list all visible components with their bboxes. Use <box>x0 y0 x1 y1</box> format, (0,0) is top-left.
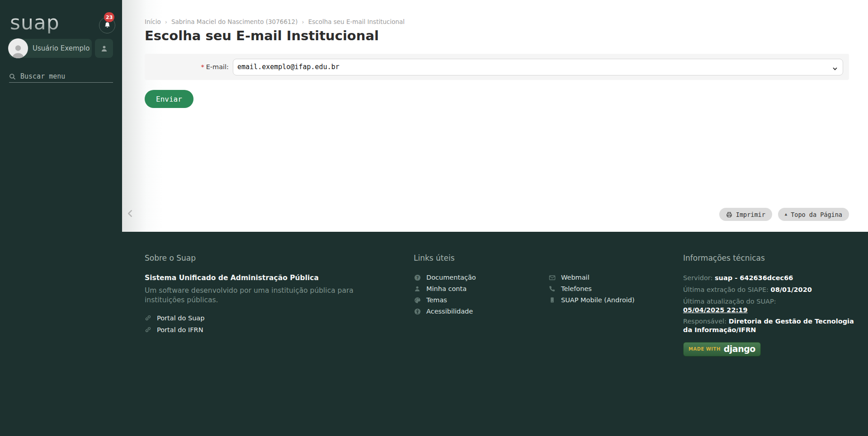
accessibility-link[interactable]: Acessibilidade <box>414 308 548 315</box>
back-to-top-button[interactable]: ▲ Topo da Página <box>778 208 849 221</box>
breadcrumb: Início › Sabrina Maciel do Nascimento (3… <box>145 18 405 25</box>
page-title: Escolha seu E-mail Institucional <box>145 28 379 43</box>
email-select[interactable]: email.exemplo@ifap.edu.br <box>233 59 843 75</box>
tech-heading: Informações técnicas <box>683 253 864 263</box>
telefones-link[interactable]: Telefones <box>548 285 683 292</box>
suap-logo: suap <box>10 11 60 34</box>
help-icon: ? <box>414 274 421 281</box>
django-logo: django <box>724 344 755 354</box>
my-account-button[interactable] <box>95 39 113 58</box>
server-row: Servidor: suap - 642636dcec66 <box>683 274 864 282</box>
server-value: suap - 642636dcec66 <box>715 274 793 281</box>
links-heading: Links úteis <box>414 253 683 263</box>
chevron-right-icon: › <box>302 19 304 25</box>
breadcrumb-home-link[interactable]: Início <box>145 18 161 25</box>
suap-mobile-link[interactable]: SUAP Mobile (Android) <box>548 296 683 304</box>
email-label: *E-mail: <box>145 63 229 70</box>
caret-up-icon: ▲ <box>785 212 787 216</box>
breadcrumb-current: Escolha seu E-mail Institucional <box>308 18 405 25</box>
user-row: Usuário Exemplo <box>9 39 113 58</box>
email-form: *E-mail: email.exemplo@ifap.edu.br <box>145 54 849 80</box>
user-icon <box>100 45 108 52</box>
responsible-row: Responsável: Diretoria de Gestão de Tecn… <box>683 317 864 334</box>
palette-icon <box>414 297 421 304</box>
documentation-link[interactable]: ? Documentação <box>414 274 548 281</box>
about-description: Um software desenvolvido por uma institu… <box>145 286 382 305</box>
search-icon <box>9 73 16 80</box>
avatar <box>8 38 28 58</box>
links-sub-column-1: ? Documentação Minha conta <box>414 274 548 319</box>
accessibility-icon <box>414 308 421 315</box>
mobile-icon <box>548 297 556 303</box>
svg-text:?: ? <box>416 275 418 280</box>
webmail-link[interactable]: Webmail <box>548 274 683 281</box>
portal-suap-link[interactable]: Portal do Suap <box>145 314 414 322</box>
made-with-django-badge[interactable]: MADE WITH django <box>683 342 761 356</box>
links-sub-column-2: Webmail Telefones SUAP Mob <box>548 274 683 319</box>
made-with-label: MADE WITH <box>689 347 721 352</box>
footer-about-column: Sobre o Suap Sistema Unificado de Admini… <box>145 253 414 436</box>
suap-update-link[interactable]: 05/04/2025 22:19 <box>683 306 748 314</box>
siape-row: Última extração do SIAPE: 08/01/2020 <box>683 286 864 294</box>
breadcrumb-user-link[interactable]: Sabrina Maciel do Nascimento (3076612) <box>171 18 298 25</box>
about-title: Sistema Unificado de Administração Públi… <box>145 274 414 282</box>
footer: Sobre o Suap Sistema Unificado de Admini… <box>0 232 868 436</box>
menu-search <box>9 70 113 83</box>
suap-app: suap 23 Usuário Exemplo <box>0 0 868 436</box>
siape-date: 08/01/2020 <box>771 286 812 293</box>
sidebar: suap 23 Usuário Exemplo <box>0 0 122 436</box>
footer-tech-column: Informações técnicas Servidor: suap - 64… <box>683 253 864 436</box>
collapse-sidebar-button[interactable] <box>125 208 135 219</box>
print-button[interactable]: Imprimir <box>719 208 772 221</box>
themes-link[interactable]: Temas <box>414 296 548 304</box>
notification-count-badge: 23 <box>104 12 114 22</box>
portal-ifrn-link[interactable]: Portal do IFRN <box>145 326 414 333</box>
chevron-left-icon <box>127 210 133 217</box>
chevron-right-icon: › <box>165 19 167 25</box>
printer-icon <box>726 211 732 218</box>
phone-icon <box>548 286 556 292</box>
mail-icon <box>548 274 556 281</box>
footer-links-column: Links úteis ? Documentação <box>414 253 683 436</box>
link-icon <box>145 314 151 321</box>
suap-update-row: Última atualização do SUAP: 05/04/2025 2… <box>683 297 805 314</box>
email-select-wrap: email.exemplo@ifap.edu.br <box>233 59 843 75</box>
link-icon <box>145 326 151 333</box>
bottom-actions: Imprimir ▲ Topo da Página <box>719 208 849 221</box>
required-marker: * <box>201 63 204 70</box>
user-profile-link[interactable]: Usuário Exemplo <box>9 39 92 58</box>
search-input[interactable] <box>20 72 113 80</box>
user-name: Usuário Exemplo <box>33 44 90 52</box>
bell-icon <box>104 22 111 29</box>
user-icon <box>414 286 421 292</box>
about-heading: Sobre o Suap <box>145 253 414 263</box>
my-account-link[interactable]: Minha conta <box>414 285 548 292</box>
submit-button[interactable]: Enviar <box>145 90 193 108</box>
